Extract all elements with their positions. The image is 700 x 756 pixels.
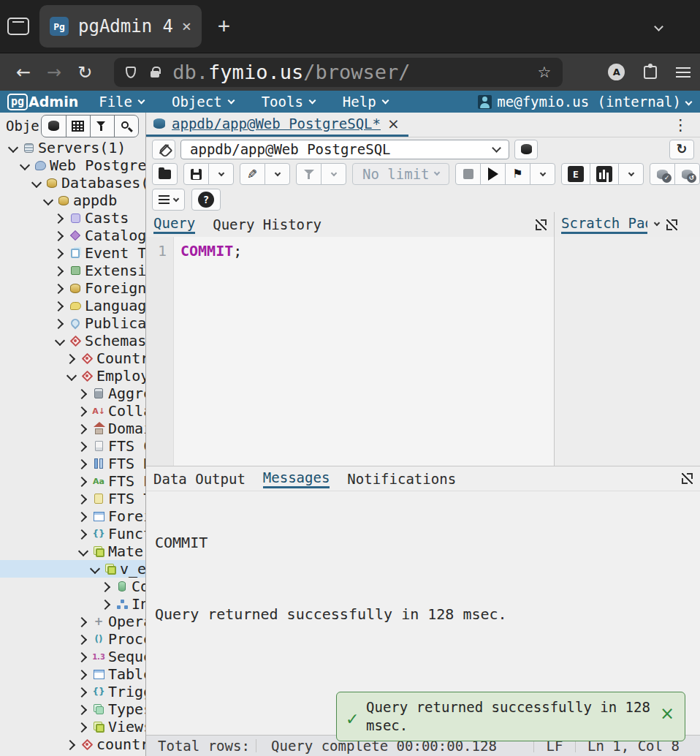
expand-icon[interactable] xyxy=(77,405,90,417)
rollback-button[interactable]: ↺ xyxy=(674,163,700,185)
close-tab-icon[interactable]: × xyxy=(182,18,191,34)
tree-item[interactable]: Operators xyxy=(0,613,145,630)
bookmark-star-icon[interactable]: ☆ xyxy=(538,64,552,81)
browser-tab[interactable]: Pg pgAdmin 4 × xyxy=(39,5,202,48)
explain-options-button[interactable] xyxy=(618,163,644,185)
collapse-icon[interactable] xyxy=(42,194,55,207)
expand-icon[interactable] xyxy=(54,282,66,295)
lock-icon[interactable] xyxy=(151,71,159,78)
tree-item[interactable]: FTS Templates xyxy=(0,490,145,507)
tree-item[interactable]: Views xyxy=(0,718,145,736)
collapse-icon[interactable] xyxy=(89,563,102,575)
tree-item[interactable]: Schemas xyxy=(0,332,145,349)
tab-query-history[interactable]: Query History xyxy=(213,216,322,233)
execute-script-button[interactable]: ⚑ xyxy=(505,163,530,185)
commit-button[interactable]: ✓ xyxy=(650,163,675,185)
help-button[interactable]: ? xyxy=(191,189,221,211)
edit-options-button[interactable] xyxy=(265,163,290,185)
tree-item[interactable]: countr xyxy=(0,736,145,753)
collapse-icon[interactable] xyxy=(31,177,43,189)
tab-scratch-pad[interactable]: Scratch Pad xyxy=(561,215,647,234)
tab-notifications[interactable]: Notifications xyxy=(347,471,456,487)
tree-item[interactable]: Domains xyxy=(0,420,145,437)
stop-button[interactable] xyxy=(455,163,481,185)
kebab-menu-icon[interactable]: ⋮ xyxy=(673,116,688,134)
sql-editor[interactable]: 1 COMMIT; xyxy=(146,237,554,466)
connection-select[interactable]: appdb/app@Web PostgreSQL xyxy=(180,140,509,159)
tree-item[interactable]: Indexes xyxy=(0,595,145,613)
tree-item[interactable]: Databases( xyxy=(0,174,145,192)
expand-icon[interactable] xyxy=(77,475,90,488)
edit-button[interactable]: ✎ xyxy=(240,163,265,185)
chevron-down-icon[interactable] xyxy=(654,220,660,226)
tree-item[interactable]: Aggregates xyxy=(0,385,145,402)
extensions-puzzle-icon[interactable] xyxy=(644,66,657,79)
execute-button[interactable] xyxy=(480,163,506,185)
view-data-button[interactable] xyxy=(66,116,90,137)
expand-icon[interactable] xyxy=(77,493,90,505)
menu-object[interactable]: Object xyxy=(172,94,234,110)
expand-icon[interactable] xyxy=(101,598,113,611)
expand-icon[interactable] xyxy=(66,738,78,751)
filter-tree-button[interactable] xyxy=(90,116,114,137)
user-menu[interactable]: me@fymio.us (internal) xyxy=(478,94,691,110)
expand-icon[interactable] xyxy=(66,352,78,365)
expand-icon[interactable] xyxy=(77,721,90,733)
tree-item[interactable]: Materialized Views xyxy=(0,543,145,560)
filter-options-button[interactable] xyxy=(321,163,346,185)
expand-icon[interactable] xyxy=(77,703,90,716)
macro-button[interactable] xyxy=(152,189,185,211)
save-options-button[interactable] xyxy=(208,163,234,185)
menu-file[interactable]: File xyxy=(99,94,144,110)
new-tab-button[interactable]: + xyxy=(218,16,230,37)
tree-item[interactable]: v_emp xyxy=(0,560,145,578)
expand-icon[interactable] xyxy=(682,473,693,484)
menu-help[interactable]: Help xyxy=(343,94,388,110)
tree-item[interactable]: Types xyxy=(0,700,145,718)
tree-item[interactable]: FTS Dictionaries xyxy=(0,455,145,472)
expand-icon[interactable] xyxy=(77,458,90,470)
tab-list-chevron-icon[interactable] xyxy=(654,22,663,31)
expand-icon[interactable] xyxy=(77,616,90,628)
expand-icon[interactable] xyxy=(101,581,113,593)
tree-item[interactable] xyxy=(0,753,145,756)
new-connection-button[interactable] xyxy=(514,140,538,159)
scratch-pad-body[interactable] xyxy=(555,237,700,466)
tree-item[interactable]: Functions xyxy=(0,525,145,543)
close-icon[interactable]: × xyxy=(387,115,400,132)
tree-item[interactable]: Foreign Tables xyxy=(0,507,145,525)
tree-item[interactable]: Casts xyxy=(0,209,145,227)
tree-item[interactable]: Procedures xyxy=(0,630,145,648)
expand-icon[interactable] xyxy=(77,528,90,540)
row-limit-select[interactable]: No limit xyxy=(352,163,449,185)
tree-item[interactable]: Servers(1) xyxy=(0,139,145,156)
collapse-icon[interactable] xyxy=(77,545,90,558)
expand-icon[interactable] xyxy=(54,247,66,260)
tree-item[interactable]: Web PostgreSQL xyxy=(0,156,145,174)
expand-icon[interactable] xyxy=(77,651,90,663)
close-icon[interactable]: × xyxy=(660,705,674,723)
menu-tools[interactable]: Tools xyxy=(262,94,315,110)
tree-item[interactable]: Countr xyxy=(0,349,145,367)
search-objects-button[interactable] xyxy=(114,116,138,137)
tab-data-output[interactable]: Data Output xyxy=(153,471,246,487)
expand-icon[interactable] xyxy=(77,423,90,435)
expand-icon[interactable] xyxy=(54,317,66,330)
expand-icon[interactable] xyxy=(54,265,66,277)
expand-icon[interactable] xyxy=(77,510,90,523)
open-file-button[interactable] xyxy=(152,163,178,185)
explain-button[interactable]: E xyxy=(561,163,590,185)
query-tool-tab[interactable]: appdb/app@Web PostgreSQL* × xyxy=(146,113,408,137)
execute-options-button[interactable] xyxy=(530,163,555,185)
tab-overview-icon[interactable] xyxy=(7,18,29,35)
expand-icon[interactable] xyxy=(77,440,90,453)
refresh-layout-button[interactable]: ↻ xyxy=(669,140,694,159)
expand-icon[interactable] xyxy=(54,300,66,312)
connection-status-button[interactable] xyxy=(152,140,175,159)
collapse-icon[interactable] xyxy=(54,335,66,347)
expand-icon[interactable] xyxy=(77,388,90,400)
tree-item[interactable]: Collations xyxy=(0,402,145,420)
expand-icon[interactable] xyxy=(77,633,90,646)
expand-icon[interactable] xyxy=(77,686,90,698)
tree-item[interactable]: Sequences xyxy=(0,648,145,665)
